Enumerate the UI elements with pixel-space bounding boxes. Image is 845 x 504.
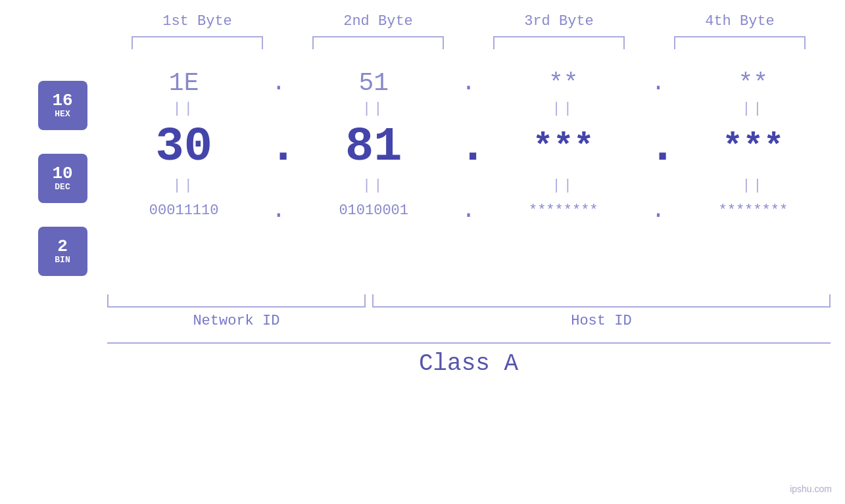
network-bracket bbox=[107, 294, 366, 308]
eq1-b3: || bbox=[491, 101, 636, 117]
eq2-b2: || bbox=[301, 177, 446, 194]
hex-b4: ** bbox=[681, 69, 825, 97]
hex-badge: 16 HEX bbox=[38, 81, 87, 130]
bracket-labels: Network ID Host ID bbox=[107, 313, 831, 329]
badges-column: 16 HEX 10 DEC 2 BIN bbox=[0, 69, 92, 288]
bin-badge-label: BIN bbox=[55, 255, 70, 265]
eq2-b3: || bbox=[491, 177, 636, 194]
hex-dot1: . bbox=[269, 70, 289, 97]
bracket-b3 bbox=[493, 36, 625, 49]
bin-b4: ******** bbox=[681, 202, 825, 219]
top-brackets bbox=[107, 36, 831, 49]
watermark: ipshu.com bbox=[790, 484, 832, 494]
byte4-header: 4th Byte bbox=[667, 13, 812, 30]
bin-dot1: . bbox=[269, 197, 289, 224]
hex-b2: 51 bbox=[301, 69, 446, 97]
bracket-b2 bbox=[312, 36, 444, 49]
hex-badge-number: 16 bbox=[52, 92, 72, 109]
byte1-header: 1st Byte bbox=[125, 13, 270, 30]
eq2-b1: || bbox=[112, 177, 256, 194]
dec-dot2: . bbox=[458, 124, 478, 171]
eq1-b2: || bbox=[301, 101, 446, 117]
dec-b4: *** bbox=[681, 128, 825, 167]
hex-dot3: . bbox=[648, 70, 668, 97]
equals-row-2: || || || || bbox=[92, 174, 845, 197]
dec-dot1: . bbox=[269, 124, 289, 171]
dec-badge-label: DEC bbox=[55, 182, 70, 193]
hex-badge-label: HEX bbox=[55, 109, 70, 120]
bin-b2: 01010001 bbox=[301, 202, 446, 219]
eq1-b1: || bbox=[112, 101, 256, 117]
dec-dot3: . bbox=[648, 124, 668, 171]
eq1-b4: || bbox=[681, 101, 825, 117]
main-container: 1st Byte 2nd Byte 3rd Byte 4th Byte 16 H… bbox=[0, 0, 845, 504]
bottom-brackets bbox=[107, 294, 831, 308]
bin-dot2: . bbox=[458, 197, 478, 224]
bin-b3: ******** bbox=[491, 202, 636, 219]
bin-row: 00011110 . 01010001 . ******** . *******… bbox=[92, 197, 845, 224]
class-divider bbox=[107, 339, 831, 344]
host-id-label: Host ID bbox=[372, 313, 830, 329]
host-bracket bbox=[372, 294, 830, 308]
byte3-header: 3rd Byte bbox=[487, 13, 631, 30]
data-section: 16 HEX 10 DEC 2 BIN 1E . 51 bbox=[0, 69, 845, 288]
byte2-header: 2nd Byte bbox=[306, 13, 450, 30]
bin-badge: 2 BIN bbox=[38, 227, 87, 276]
network-id-label: Network ID bbox=[107, 313, 366, 329]
hex-b1: 1E bbox=[112, 69, 256, 97]
dec-badge: 10 DEC bbox=[38, 154, 87, 203]
dec-b2: 81 bbox=[301, 120, 446, 174]
bin-badge-number: 2 bbox=[57, 238, 68, 255]
equals-row-1: || || || || bbox=[92, 97, 845, 120]
dec-row: 30 . 81 . *** . *** bbox=[92, 120, 845, 174]
eq2-b4: || bbox=[681, 177, 825, 194]
bracket-b1 bbox=[132, 36, 263, 49]
bracket-b4 bbox=[674, 36, 806, 49]
bin-b1: 00011110 bbox=[112, 202, 256, 219]
hex-dot2: . bbox=[458, 70, 478, 97]
hex-row: 1E . 51 . ** . ** bbox=[92, 69, 845, 97]
right-rows: 1E . 51 . ** . ** || || bbox=[92, 69, 845, 288]
dec-badge-number: 10 bbox=[52, 165, 72, 182]
bin-dot3: . bbox=[648, 197, 668, 224]
byte-headers: 1st Byte 2nd Byte 3rd Byte 4th Byte bbox=[107, 13, 831, 30]
dec-b3: *** bbox=[491, 128, 636, 167]
dec-b1: 30 bbox=[112, 120, 256, 174]
class-label: Class A bbox=[107, 350, 831, 377]
hex-b3: ** bbox=[491, 69, 636, 97]
